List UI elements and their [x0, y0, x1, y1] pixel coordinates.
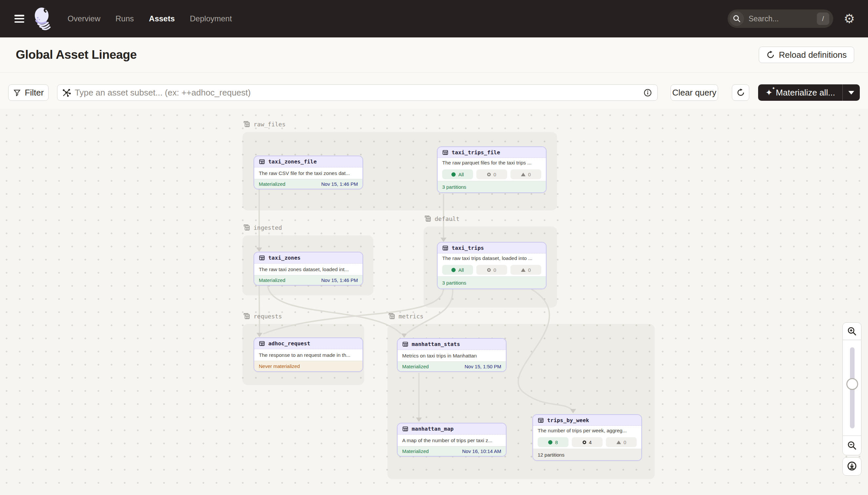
asset-node-taxi-trips[interactable]: taxi_trips The raw taxi trips dataset, l… — [437, 242, 547, 289]
search-input[interactable] — [749, 14, 817, 23]
refresh-icon — [737, 88, 745, 97]
partition-health-pills: All 0 0 — [438, 168, 546, 181]
nav-item-deployment[interactable]: Deployment — [190, 14, 232, 23]
asset-description: A map of the number of trips per taxi z.… — [397, 434, 506, 446]
partitions-failed-pill: 0 — [510, 265, 541, 275]
layered-tables-icon — [243, 120, 250, 128]
layered-tables-icon — [243, 224, 250, 231]
hamburger-menu-icon[interactable] — [14, 15, 24, 23]
asset-description: The response to an request made in th... — [254, 349, 362, 361]
asset-name: taxi_trips — [452, 245, 484, 251]
asset-node-adhoc-request[interactable]: adhoc_request The response to an request… — [253, 338, 363, 372]
search-icon — [730, 12, 744, 26]
table-icon — [538, 417, 544, 424]
group-label-metrics[interactable]: metrics — [388, 312, 424, 320]
partition-health-pills: 8 4 0 — [533, 436, 641, 449]
download-image-button[interactable] — [843, 457, 862, 476]
status-badge: Materialized — [259, 277, 285, 283]
status-badge: Materialized — [402, 448, 429, 454]
refresh-graph-button[interactable] — [732, 84, 749, 101]
download-icon — [847, 461, 857, 472]
status-badge: Never materialized — [259, 363, 300, 369]
magnifier-plus-icon — [847, 326, 857, 336]
asset-name: taxi_zones — [268, 255, 300, 261]
nav-item-overview[interactable]: Overview — [68, 14, 100, 23]
search-shortcut-badge: / — [817, 13, 829, 25]
materialize-all-label: Materialize all... — [776, 88, 835, 98]
layered-tables-icon — [388, 312, 395, 320]
asset-description: The number of trips per week, aggreg... — [533, 426, 641, 436]
layered-tables-icon — [243, 312, 250, 320]
layered-tables-icon — [424, 215, 431, 222]
table-icon — [442, 245, 448, 251]
zoom-slider-thumb[interactable] — [846, 378, 858, 390]
group-label-raw-files[interactable]: raw_files — [243, 120, 286, 128]
group-label-requests[interactable]: requests — [243, 312, 282, 320]
asset-name: trips_by_week — [547, 417, 589, 424]
asset-node-taxi-zones[interactable]: taxi_zones The raw taxi zones dataset, l… — [253, 252, 363, 286]
group-label-text: raw_files — [253, 121, 286, 128]
filled-dot-icon — [548, 440, 552, 444]
asset-subset-input[interactable] — [75, 88, 643, 98]
materialize-options-caret[interactable] — [843, 84, 860, 101]
asset-node-manhattan-stats[interactable]: manhattan_stats Metrics on taxi trips in… — [397, 338, 507, 372]
asset-node-trips-by-week[interactable]: trips_by_week The number of trips per we… — [532, 414, 642, 461]
asset-node-taxi-zones-file[interactable]: taxi_zones_file The raw CSV file for the… — [253, 156, 363, 189]
partitions-materialized-pill: 8 — [538, 437, 568, 447]
partitions-failed-pill: 0 — [510, 169, 541, 179]
partitions-failed-pill: 0 — [606, 437, 637, 447]
status-badge: Materialized — [402, 364, 429, 369]
partition-count: 3 partitions — [442, 280, 466, 286]
filter-button[interactable]: Filter — [8, 84, 49, 101]
zoom-in-button[interactable] — [843, 322, 862, 340]
asset-subset-query[interactable] — [57, 84, 658, 101]
table-icon — [259, 158, 265, 165]
partition-count: 12 partitions — [538, 452, 565, 458]
asset-node-manhattan-map[interactable]: manhattan_map A map of the number of tri… — [397, 423, 507, 457]
asset-lineage-canvas[interactable]: raw_files ingested default requests — [0, 109, 868, 495]
nav-item-runs[interactable]: Runs — [116, 14, 134, 23]
group-label-text: default — [435, 215, 460, 222]
primary-nav: Overview Runs Assets Deployment — [68, 14, 232, 23]
materialize-all-button[interactable]: ✦✦ Materialize all... — [758, 84, 860, 101]
group-label-ingested[interactable]: ingested — [243, 224, 282, 231]
refresh-icon — [766, 51, 775, 59]
triangle-icon — [521, 268, 526, 272]
group-label-default[interactable]: default — [424, 215, 460, 222]
global-search[interactable]: / — [728, 10, 833, 28]
asset-selector-icon — [62, 88, 71, 97]
filled-dot-icon — [451, 172, 456, 176]
status-badge: Materialized — [259, 181, 285, 187]
zoom-slider[interactable] — [843, 340, 862, 436]
triangle-icon — [521, 173, 526, 176]
ring-icon — [487, 173, 491, 176]
asset-node-taxi-trips-file[interactable]: taxi_trips_file The raw parquet files fo… — [437, 147, 547, 193]
dagster-logo[interactable] — [33, 7, 53, 31]
info-icon[interactable] — [643, 88, 652, 97]
zoom-controls — [843, 322, 862, 455]
top-navigation-bar: Overview Runs Assets Deployment / ⚙ — [0, 0, 868, 37]
materialization-timestamp: Nov 15, 1:46 PM — [321, 277, 358, 283]
ring-icon — [487, 268, 491, 272]
materialization-timestamp: Nov 16, 10:14 AM — [462, 448, 501, 454]
filled-dot-icon — [451, 268, 456, 272]
table-icon — [259, 340, 265, 347]
group-label-text: ingested — [253, 224, 282, 231]
asset-description: Metrics on taxi trips in Manhattan — [397, 350, 506, 361]
zoom-out-button[interactable] — [843, 436, 862, 455]
asset-name: manhattan_map — [412, 426, 454, 432]
partitions-materialized-pill: All — [442, 265, 473, 275]
filter-label: Filter — [25, 88, 44, 98]
nav-item-assets[interactable]: Assets — [149, 14, 175, 23]
funnel-icon — [13, 89, 21, 97]
table-icon — [259, 255, 265, 261]
reload-definitions-button[interactable]: Reload definitions — [759, 47, 854, 63]
group-label-text: metrics — [398, 313, 424, 320]
asset-description: The raw taxi zones dataset, loaded int..… — [254, 263, 362, 275]
table-icon — [402, 341, 408, 347]
clear-query-label: Clear query — [672, 88, 716, 98]
partitions-missing-pill: 4 — [572, 437, 603, 447]
settings-gear-icon[interactable]: ⚙ — [844, 13, 855, 25]
clear-query-button[interactable]: Clear query — [671, 84, 718, 101]
triangle-icon — [616, 441, 621, 444]
